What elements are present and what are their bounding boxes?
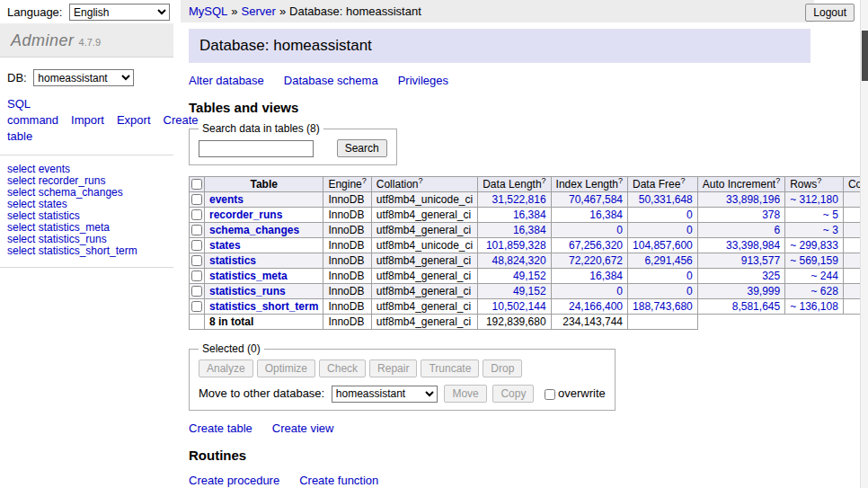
table-link-events[interactable]: events: [209, 193, 244, 206]
row-checkbox-statistics-runs[interactable]: [191, 286, 202, 297]
index-length-value[interactable]: 72,220,672: [569, 254, 623, 267]
data-length-value[interactable]: 49,152: [513, 285, 546, 297]
link-create-table[interactable]: Create table: [189, 421, 252, 435]
data-length-value[interactable]: 31,522,816: [492, 193, 546, 206]
table-link-schema-changes[interactable]: schema_changes: [209, 224, 299, 236]
scrollbar[interactable]: [860, 0, 868, 488]
bulk-drop-button[interactable]: Drop: [483, 359, 522, 377]
select-all-checkbox[interactable]: [191, 179, 202, 190]
data-free-value[interactable]: 0: [686, 285, 693, 297]
index-length-value[interactable]: 24,166,400: [569, 300, 623, 313]
rows-value[interactable]: ~ 3: [823, 224, 838, 236]
table-link-statistics-runs[interactable]: statistics_runs: [209, 285, 286, 297]
bulk-optimize-button[interactable]: Optimize: [257, 359, 315, 377]
data-free-value[interactable]: 0: [686, 224, 693, 236]
column-help-icon[interactable]: ?: [418, 176, 422, 185]
move-button[interactable]: Move: [444, 385, 486, 403]
data-free-value[interactable]: 104,857,600: [633, 239, 693, 252]
column-help-icon[interactable]: ?: [542, 176, 546, 185]
language-select[interactable]: English: [69, 4, 170, 21]
row-checkbox-statistics[interactable]: [191, 255, 202, 266]
auto-increment-value[interactable]: 33,398,984: [726, 239, 780, 252]
rows-value[interactable]: ~ 569,159: [790, 254, 838, 267]
table-link-states[interactable]: states: [209, 239, 241, 252]
row-checkbox-statistics-short-term[interactable]: [191, 301, 202, 312]
db-select[interactable]: homeassistant: [33, 69, 134, 86]
search-button[interactable]: Search: [337, 139, 387, 157]
overwrite-checkbox[interactable]: [545, 389, 555, 400]
copy-button[interactable]: Copy: [492, 385, 534, 403]
column-help-icon[interactable]: ?: [362, 176, 367, 185]
link-create-view[interactable]: Create view: [272, 421, 334, 435]
data-length-value[interactable]: 10,502,144: [492, 300, 546, 313]
link-privileges[interactable]: Privileges: [398, 74, 448, 87]
index-length-value[interactable]: 0: [616, 224, 623, 236]
auto-increment-value[interactable]: 39,999: [747, 285, 780, 297]
column-header-index-length[interactable]: Index Length?: [551, 177, 627, 192]
rows-value[interactable]: ~ 136,108: [790, 300, 838, 313]
index-length-value[interactable]: 67,256,320: [569, 239, 623, 252]
column-help-icon[interactable]: ?: [775, 176, 780, 185]
column-help-icon[interactable]: ?: [618, 176, 623, 185]
data-length-value[interactable]: 16,384: [513, 209, 546, 221]
scrollbar-thumb[interactable]: [862, 31, 868, 81]
data-free-value[interactable]: 0: [686, 209, 693, 221]
column-header-auto-increment[interactable]: Auto Increment?: [697, 177, 784, 192]
move-db-select[interactable]: homeassistant: [332, 386, 438, 403]
table-link-statistics-short-term[interactable]: statistics_short_term: [209, 300, 318, 313]
auto-increment-value[interactable]: 378: [762, 209, 780, 221]
link-create-function[interactable]: Create function: [299, 474, 378, 487]
logout-button[interactable]: Logout: [805, 4, 855, 22]
column-header-rows[interactable]: Rows?: [785, 177, 844, 192]
bulk-analyze-button[interactable]: Analyze: [199, 359, 253, 377]
column-header-data-length[interactable]: Data Length?: [478, 177, 551, 192]
data-length-value[interactable]: 101,859,328: [486, 239, 546, 252]
auto-increment-value[interactable]: 913,577: [741, 254, 780, 267]
data-length-value[interactable]: 16,384: [513, 224, 546, 236]
sidebar-link-import[interactable]: Import: [71, 113, 104, 127]
auto-increment-value[interactable]: 6: [774, 224, 780, 236]
table-link-statistics-meta[interactable]: statistics_meta: [209, 270, 288, 282]
data-free-value[interactable]: 6,291,456: [644, 254, 692, 267]
table-link-statistics[interactable]: statistics: [209, 254, 256, 267]
row-checkbox-events[interactable]: [191, 194, 202, 205]
row-checkbox-schema-changes[interactable]: [191, 225, 202, 235]
index-length-value[interactable]: 16,384: [589, 270, 623, 282]
breadcrumb-mysql[interactable]: MySQL: [189, 4, 227, 18]
rows-value[interactable]: ~ 312,180: [790, 193, 838, 206]
index-length-value[interactable]: 0: [616, 285, 623, 297]
index-length-value[interactable]: 70,467,584: [569, 193, 623, 206]
auto-increment-value[interactable]: 33,898,196: [726, 193, 780, 206]
data-free-value[interactable]: 188,743,680: [633, 300, 693, 313]
column-header-engine[interactable]: Engine?: [323, 177, 371, 192]
data-length-value[interactable]: 49,152: [513, 270, 546, 282]
row-checkbox-statistics-meta[interactable]: [191, 271, 202, 281]
adminer-logo[interactable]: Adminer: [11, 31, 75, 49]
bulk-truncate-button[interactable]: Truncate: [421, 359, 479, 377]
column-header-collation[interactable]: Collation?: [371, 177, 477, 192]
auto-increment-value[interactable]: 8,581,645: [732, 300, 780, 313]
sidebar-select-statistics-short-term[interactable]: select statistics_short_term: [7, 245, 166, 257]
link-database-schema[interactable]: Database schema: [284, 74, 378, 87]
column-help-icon[interactable]: ?: [817, 176, 821, 185]
rows-value[interactable]: ~ 299,833: [790, 239, 838, 252]
data-free-value[interactable]: 0: [686, 270, 693, 282]
search-input[interactable]: [199, 140, 314, 157]
bulk-check-button[interactable]: Check: [319, 359, 366, 377]
column-help-icon[interactable]: ?: [680, 176, 685, 185]
overwrite-toggle[interactable]: overwrite: [545, 386, 606, 400]
link-create-procedure[interactable]: Create procedure: [189, 474, 279, 487]
column-header-data-free[interactable]: Data Free?: [628, 177, 698, 192]
data-length-value[interactable]: 48,824,320: [492, 254, 546, 267]
link-alter-database[interactable]: Alter database: [189, 74, 264, 87]
rows-value[interactable]: ~ 5: [823, 209, 838, 221]
sidebar-link-export[interactable]: Export: [117, 113, 151, 127]
rows-value[interactable]: ~ 244: [811, 270, 838, 282]
bulk-repair-button[interactable]: Repair: [369, 359, 417, 377]
row-checkbox-recorder-runs[interactable]: [191, 209, 202, 220]
index-length-value[interactable]: 16,384: [589, 209, 623, 221]
rows-value[interactable]: ~ 628: [811, 285, 838, 297]
breadcrumb-server[interactable]: Server: [242, 4, 276, 18]
auto-increment-value[interactable]: 325: [762, 270, 780, 282]
data-free-value[interactable]: 50,331,648: [639, 193, 693, 206]
